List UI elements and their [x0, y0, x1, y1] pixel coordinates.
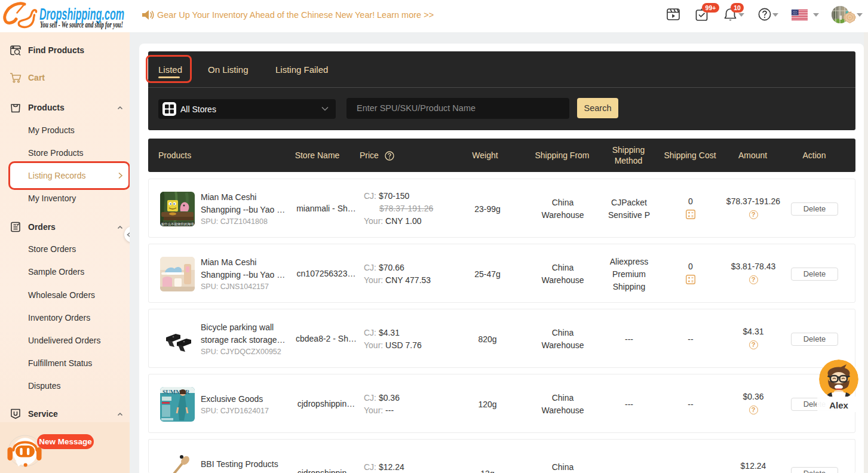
svg-text:看什么不能做烂的海绵: 看什么不能做烂的海绵: [161, 222, 195, 226]
svg-text:You sell - We source and ship: You sell - We source and ship for you!: [40, 20, 123, 29]
svg-text:SUMMER: SUMMER: [162, 389, 190, 395]
